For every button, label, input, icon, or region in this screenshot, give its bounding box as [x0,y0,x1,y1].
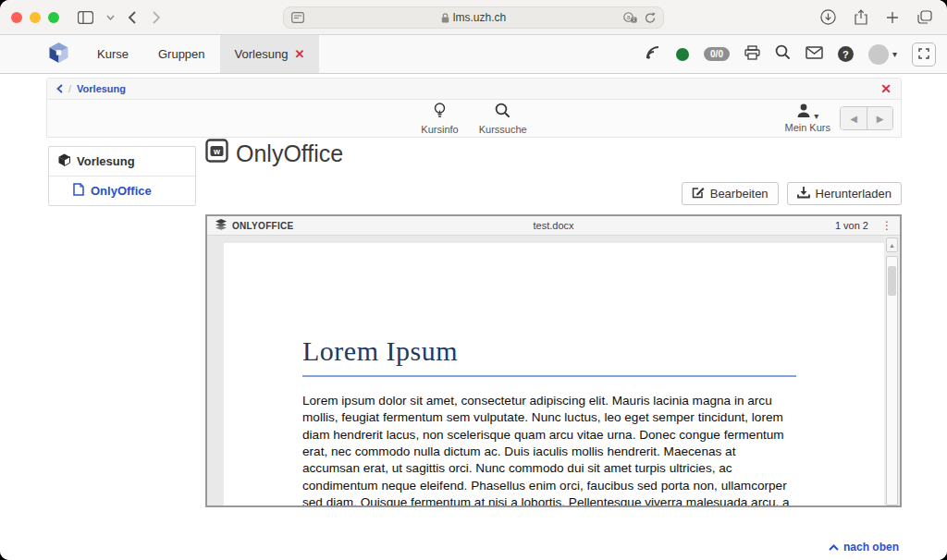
back-to-top-label: nach oben [843,541,899,554]
scrollbar-track[interactable] [886,256,898,505]
rss-icon[interactable] [646,45,661,64]
help-icon[interactable]: ? [838,46,854,62]
toolbar-right [820,9,936,25]
document-page: Lorem Ipsum Lorem ipsum dolor sit amet, … [224,243,884,507]
reader-view-icon[interactable] [291,12,304,23]
breadcrumb-back-icon[interactable] [56,80,63,97]
course-node-content: w OnlyOffice Bearbeiten Herunterladen [205,139,902,168]
edit-button[interactable]: Bearbeiten [682,182,779,205]
download-button[interactable]: Herunterladen [787,182,902,205]
course-toolbar: Kursinfo Kurssuche [47,100,901,137]
user-menu[interactable]: ▾ [868,44,897,65]
kursinfo-label: Kursinfo [421,124,458,135]
browser-chrome: lms.uzh.ch a文 [0,0,947,35]
page-title-label: OnlyOffice [236,140,343,167]
chevron-up-icon [829,541,839,554]
svg-text:文: 文 [632,17,637,22]
download-icon [797,186,810,201]
tab-label: Vorlesung [235,47,289,61]
lightbulb-icon [433,103,447,123]
document-viewer: ONLYOFFICE test.docx 1 von 2 ⋮ Lorem Ips… [205,214,902,507]
close-tab-icon[interactable]: ✕ [294,47,304,61]
back-to-top-link[interactable]: nach oben [829,541,899,554]
url-host: lms.uzh.ch [284,11,663,24]
mein-kurs-label: Mein Kurs [784,122,830,133]
viewer-scrollbar: ▲ [884,236,900,505]
print-icon[interactable] [744,45,760,64]
breadcrumb-separator: / [68,83,71,94]
sidebar-item-vorlesung[interactable]: Vorlesung [49,147,195,177]
svg-text:w: w [213,147,221,156]
document-filename: test.docx [207,220,900,231]
caret-down-icon: ▾ [892,49,897,59]
edit-button-label: Bearbeiten [710,187,769,201]
document-paragraph: Lorem ipsum dolor sit amet, consectetur … [302,393,796,507]
search-icon[interactable] [775,44,791,64]
downloads-icon[interactable] [820,9,836,25]
fullscreen-window-button[interactable] [48,12,59,23]
scroll-up-button[interactable]: ▲ [886,237,898,252]
course-menu-node-label: OnlyOffice [91,184,152,198]
tab-vorlesung[interactable]: Vorlesung ✕ [220,35,320,73]
openolat-logo[interactable] [0,35,82,73]
sidebar-icon [78,11,93,24]
course-header-card: / Vorlesung ✕ Kursinfo [46,78,902,138]
translate-icon[interactable]: a文 [623,12,637,23]
traffic-lights [11,12,59,23]
breadcrumb: / Vorlesung ✕ [47,79,901,100]
new-tab-icon[interactable] [886,11,899,24]
close-course-icon[interactable]: ✕ [880,82,892,95]
mein-kurs-menu[interactable]: ▾ Mein Kurs [784,103,830,133]
viewer-body: Lorem Ipsum Lorem ipsum dolor sit amet, … [207,236,900,507]
kebab-menu-icon[interactable]: ⋮ [881,220,892,231]
svg-text:a: a [627,14,631,20]
reload-icon[interactable] [645,12,656,24]
navbar-tools: 0/0 ? ▾ [646,35,947,73]
chevron-down-icon[interactable] [106,15,115,20]
course-search-icon [495,103,510,123]
course-menu: Vorlesung OnlyOffice [48,146,196,206]
fullscreen-button[interactable] [912,43,936,67]
cube-logo-icon [48,42,69,67]
tab-overview-icon[interactable] [917,10,932,24]
address-bar[interactable]: lms.uzh.ch a文 [283,6,664,29]
forward-button[interactable] [149,9,165,26]
course-page: / Vorlesung ✕ Kursinfo [0,74,947,560]
sidebar-toggle-button[interactable] [74,9,97,26]
document-heading: Lorem Ipsum [302,335,796,377]
course-pager: ◀ ▶ [840,106,893,130]
previous-node-button[interactable]: ◀ [841,107,867,129]
breadcrumb-item-vorlesung[interactable]: Vorlesung [77,83,126,94]
app-navbar: Kurse Gruppen Vorlesung ✕ 0/0 [0,35,947,74]
online-status-icon [676,48,689,61]
caret-down-icon: ▾ [814,111,818,121]
kurssuche-button[interactable]: Kurssuche [479,100,527,137]
kursinfo-button[interactable]: Kursinfo [421,100,458,137]
minimize-window-button[interactable] [30,12,41,23]
tab-kurse[interactable]: Kurse [82,35,143,73]
mail-icon[interactable] [806,46,823,63]
page-indicator: 1 von 2 [835,220,868,231]
viewer-header: ONLYOFFICE test.docx 1 von 2 ⋮ [207,216,900,236]
share-icon[interactable] [855,9,867,25]
forward-chevron-icon [153,11,161,24]
site-tabs: Kurse Gruppen Vorlesung ✕ [82,35,319,73]
course-cube-icon [58,153,70,169]
kurssuche-label: Kurssuche [479,124,527,135]
tab-gruppen[interactable]: Gruppen [143,35,220,73]
tab-label: Kurse [97,47,129,61]
scrollbar-thumb[interactable] [888,266,896,296]
safari-window: lms.uzh.ch a文 [0,0,947,560]
close-window-button[interactable] [11,12,22,23]
sidebar-item-onlyoffice[interactable]: OnlyOffice [49,177,195,205]
back-button[interactable] [124,9,140,26]
file-icon [73,183,84,199]
page-title: w OnlyOffice [205,139,902,168]
document-actions: Bearbeiten Herunterladen [682,182,902,205]
chat-counter-badge[interactable]: 0/0 [704,47,730,61]
person-icon [796,103,811,121]
tab-label: Gruppen [158,47,205,61]
navigation-controls [74,9,165,26]
download-button-label: Herunterladen [816,187,892,201]
next-node-button[interactable]: ▶ [867,107,892,129]
